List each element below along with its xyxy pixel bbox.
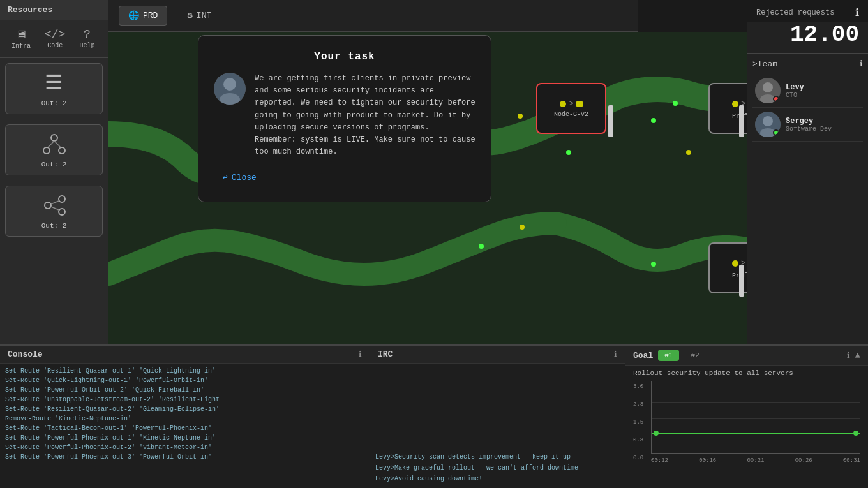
- chart-dot-end: [853, 431, 858, 436]
- profit2-dot: [732, 260, 738, 267]
- svg-line-9: [51, 207, 59, 210]
- svg-point-2: [59, 147, 65, 154]
- console-line: Set-Route 'Powerful-Orbit-out-2' 'Quick-…: [5, 385, 364, 395]
- rejected-value: 12.00: [747, 22, 868, 53]
- infra-icon: 🖥: [15, 28, 27, 41]
- y-label-1: 1.5: [633, 419, 643, 425]
- tab-int-label: INT: [197, 11, 211, 20]
- server-icon: ☰: [45, 70, 63, 96]
- grid-line-3: [652, 418, 860, 419]
- chart-container: 3.0 2.3 1.5 0.8 0.0: [633, 381, 860, 464]
- y-label-3: 3.0: [633, 383, 643, 390]
- network-icon: [41, 131, 67, 157]
- x-label-5: 00:31: [843, 457, 860, 464]
- console-line: Set-Route 'Powerful-Phoenix-out-2' 'Vibr…: [5, 443, 364, 452]
- svg-point-6: [45, 202, 51, 209]
- sidebar-item-code[interactable]: </> Code: [40, 26, 70, 52]
- widget-server[interactable]: ☰ Out: 2: [5, 63, 103, 114]
- rejected-info-icon: ℹ: [855, 6, 859, 19]
- goal-tab-2[interactable]: #2: [684, 350, 705, 361]
- svg-point-5: [59, 196, 65, 202]
- widget-network[interactable]: Out: 2: [5, 124, 103, 175]
- task-body: We are getting first clients in private …: [214, 73, 475, 158]
- chart-x-labels: 00:12 00:16 00:21 00:26 00:31: [651, 457, 860, 464]
- node-gv2-indicators: >: [560, 100, 582, 108]
- path-dot-yellow-1: [518, 114, 523, 119]
- code-label: Code: [47, 42, 63, 49]
- grid-line-2: [652, 402, 860, 403]
- bottom-panel: Console ℹ Set-Route 'Resilient-Quasar-ou…: [0, 344, 868, 488]
- irc-info-icon[interactable]: ℹ: [614, 350, 617, 359]
- y-label-08: 0.8: [633, 437, 643, 443]
- irc-title: IRC: [378, 350, 393, 359]
- network-out: Out: 2: [41, 161, 67, 168]
- widget-share[interactable]: Out: 2: [5, 186, 103, 237]
- irc-line: Levy>Avoid causing downtime!: [375, 473, 620, 484]
- team-member-sergey: Sergey Software Dev: [752, 108, 863, 142]
- node-gv2-dot1: [560, 101, 566, 107]
- infra-label: Infra: [11, 43, 31, 50]
- sidebar-icon-row: 🖥 Infra </> Code ? Help: [0, 20, 108, 58]
- chart-line-green: [652, 433, 860, 434]
- team-label: >Team: [752, 59, 777, 69]
- path-dot-yellow-2: [686, 150, 691, 155]
- avatar-levy: [755, 78, 781, 103]
- console-info-icon[interactable]: ℹ: [359, 350, 362, 359]
- help-label: Help: [79, 42, 94, 49]
- x-label-1: 00:12: [651, 457, 668, 464]
- share-icon: [41, 193, 67, 218]
- x-label-2: 00:16: [699, 457, 716, 464]
- goal-tab-1[interactable]: #1: [658, 350, 679, 361]
- task-title: Your task: [214, 51, 475, 63]
- avatar-sergey: [755, 112, 781, 137]
- rejected-requests-label: Rejected requests: [756, 8, 834, 17]
- svg-point-0: [51, 135, 57, 141]
- sergey-status-dot: [773, 129, 779, 136]
- help-icon: ?: [84, 28, 91, 41]
- levy-info: Levy CTO: [786, 83, 860, 99]
- x-label-3: 00:21: [747, 457, 764, 464]
- node-g-v2[interactable]: > Node-G-v2: [536, 83, 606, 134]
- task-avatar: [214, 73, 246, 105]
- svg-point-14: [763, 116, 773, 126]
- console-line: Set-Route 'Quick-Lightning-out-1' 'Power…: [5, 376, 364, 385]
- goal-chart: 3.0 2.3 1.5 0.8 0.0: [625, 381, 868, 488]
- sergey-info: Sergey Software Dev: [786, 117, 860, 133]
- sidebar-title: Resources: [0, 0, 108, 20]
- sergey-role: Software Dev: [786, 126, 860, 133]
- irc-header: IRC ℹ: [370, 346, 625, 364]
- console-line: Set-Route 'Resilient-Quasar-out-1' 'Quic…: [5, 366, 364, 376]
- x-label-4: 00:26: [795, 457, 812, 464]
- sidebar-item-help[interactable]: ? Help: [74, 26, 100, 52]
- svg-point-11: [763, 82, 773, 92]
- connector-4: [739, 265, 744, 297]
- goal-section: Goal #1 #2 ℹ ▲ Rollout security update t…: [625, 346, 868, 488]
- share-out: Out: 2: [41, 222, 67, 230]
- path-dot-4: [673, 101, 678, 106]
- svg-line-4: [54, 141, 61, 147]
- tab-prd[interactable]: 🌐 PRD: [119, 6, 167, 26]
- svg-point-17: [223, 78, 236, 91]
- path-dot-7: [479, 244, 484, 249]
- close-button[interactable]: ↩ Close: [214, 168, 266, 186]
- grid-line-1: [652, 387, 860, 387]
- team-member-levy: Levy CTO: [752, 74, 863, 108]
- goal-header: Goal #1 #2 ℹ ▲: [625, 346, 868, 366]
- goal-description: Rollout security update to all servers: [625, 366, 868, 381]
- right-panel: Rejected requests ℹ 12.00 >Team ℹ Levy C…: [747, 0, 868, 344]
- task-modal: Your task We are getting first clients i…: [198, 35, 491, 202]
- server-out: Out: 2: [41, 100, 67, 107]
- rejected-header: Rejected requests ℹ: [747, 0, 868, 22]
- path-dot-5: [651, 118, 656, 123]
- chevron-up-icon[interactable]: ▲: [855, 350, 860, 360]
- chart-area: [651, 381, 860, 454]
- team-info-icon: ℹ: [860, 59, 863, 69]
- node-gv2-label: Node-G-v2: [554, 111, 588, 118]
- svg-point-7: [59, 209, 65, 215]
- tab-prd-label: PRD: [143, 11, 158, 20]
- tab-int[interactable]: ⚙ INT: [177, 6, 221, 26]
- goal-info-icon[interactable]: ℹ: [847, 351, 850, 360]
- sidebar-item-infra[interactable]: 🖥 Infra: [6, 26, 36, 52]
- y-label-2: 2.3: [633, 401, 643, 408]
- console-line: Set-Route 'Unstoppable-Jetstream-out-2' …: [5, 395, 364, 404]
